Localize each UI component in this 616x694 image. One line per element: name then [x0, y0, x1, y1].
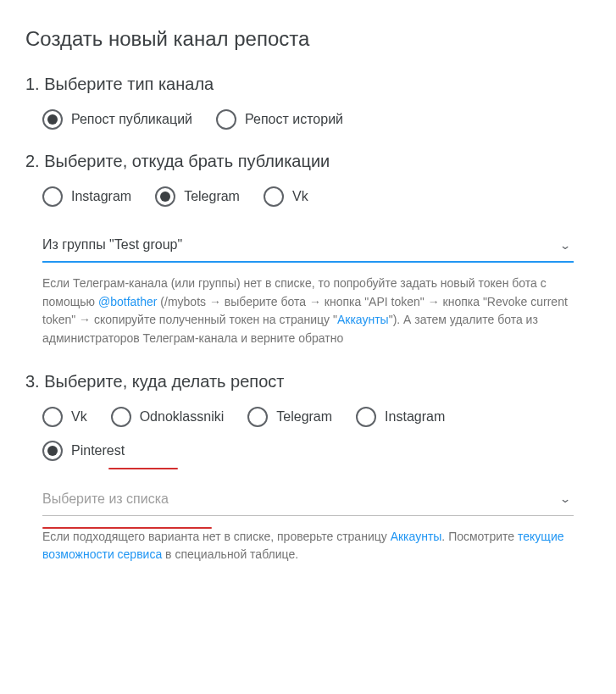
annotation-underline	[42, 527, 212, 530]
radio-target-instagram[interactable]: Instagram	[356, 407, 445, 427]
radio-icon	[42, 441, 63, 461]
radio-label: Instagram	[71, 189, 131, 204]
radio-target-odnoklassniki[interactable]: Odnoklassniki	[111, 407, 225, 427]
radio-label: Репост историй	[245, 112, 343, 127]
radio-label: Репост публикаций	[71, 112, 192, 127]
radio-repost-publications[interactable]: Репост публикаций	[42, 109, 192, 130]
annotation-underline	[108, 468, 178, 470]
radio-icon	[42, 407, 63, 427]
radio-target-telegram[interactable]: Telegram	[247, 407, 332, 427]
radio-icon	[247, 407, 268, 427]
target-list-dropdown[interactable]: Выберите из списка ⌄	[42, 483, 574, 516]
radio-label: Odnoklassniki	[140, 409, 225, 425]
step2-heading: 2. Выберите, откуда брать публикации	[25, 152, 591, 171]
radio-label: Telegram	[276, 409, 332, 425]
radio-icon	[216, 109, 236, 130]
radio-source-instagram[interactable]: Instagram	[42, 186, 131, 207]
chevron-down-icon: ⌄	[559, 492, 571, 505]
radio-label: Pinterest	[71, 443, 125, 458]
help-text-fragment: в специальной таблице.	[162, 547, 298, 561]
step3-radio-group: Vk Odnoklassniki Telegram Instagram Pint…	[25, 407, 591, 461]
help-text-fragment: Если подходящего варианта нет в списке, …	[42, 530, 391, 543]
radio-icon	[42, 109, 63, 130]
step3-help-text: Если подходящего варианта нет в списке, …	[42, 528, 574, 564]
botfather-link[interactable]: @botfather	[98, 295, 157, 308]
step3-heading: 3. Выберите, куда делать репост	[25, 372, 591, 391]
step2-help-text: Если Телеграм-канала (или группы) нет в …	[42, 275, 574, 348]
source-group-dropdown[interactable]: Из группы "Test group" ⌄	[42, 229, 574, 263]
radio-target-vk[interactable]: Vk	[42, 407, 87, 427]
help-text-fragment: . Посмотрите	[441, 530, 518, 543]
radio-icon	[155, 186, 175, 207]
radio-target-pinterest[interactable]: Pinterest	[42, 441, 591, 461]
dropdown-value: Из группы "Test group"	[42, 237, 182, 253]
chevron-down-icon: ⌄	[559, 239, 571, 252]
accounts-link[interactable]: Аккаунты	[391, 530, 442, 543]
radio-icon	[356, 407, 376, 427]
radio-repost-stories[interactable]: Репост историй	[216, 109, 343, 130]
radio-source-telegram[interactable]: Telegram	[155, 186, 240, 207]
radio-label: Instagram	[385, 409, 445, 425]
page-title: Создать новый канал репоста	[25, 27, 591, 51]
step2-radio-group: Instagram Telegram Vk	[25, 186, 591, 207]
accounts-link[interactable]: Аккаунты	[337, 313, 389, 326]
radio-label: Vk	[71, 409, 87, 425]
step1-heading: 1. Выберите тип канала	[25, 75, 591, 94]
radio-icon	[111, 407, 131, 427]
radio-label: Vk	[292, 189, 308, 204]
step1-radio-group: Репост публикаций Репост историй	[25, 109, 591, 130]
dropdown-placeholder: Выберите из списка	[42, 491, 169, 507]
radio-source-vk[interactable]: Vk	[264, 186, 308, 207]
radio-icon	[42, 186, 63, 207]
radio-label: Telegram	[184, 189, 240, 204]
radio-icon	[264, 186, 284, 207]
